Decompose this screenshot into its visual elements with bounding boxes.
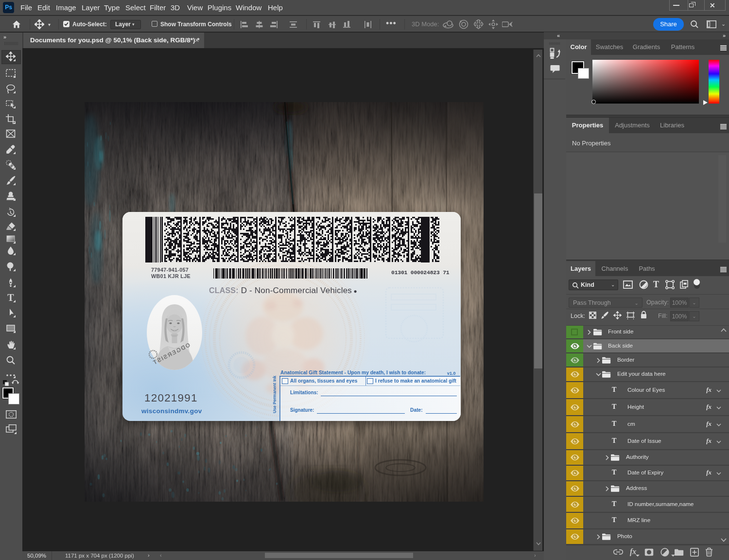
svg-text:T: T [7,293,14,302]
